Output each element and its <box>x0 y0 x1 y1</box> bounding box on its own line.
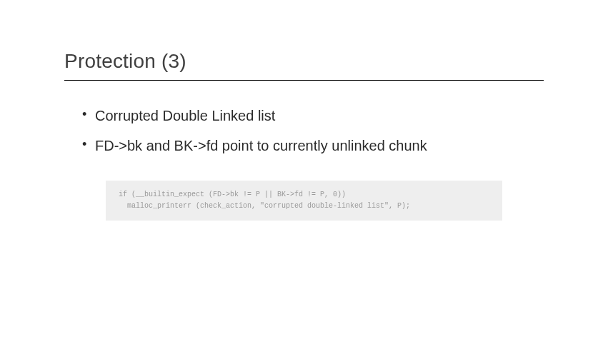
slide-title: Protection (3) <box>64 50 544 80</box>
code-snippet: if (__builtin_expect (FD->bk != P || BK-… <box>106 181 502 221</box>
bullet-item: FD->bk and BK->fd point to currently unl… <box>82 136 544 156</box>
title-underline <box>64 80 544 81</box>
code-line: malloc_printerr (check_action, "corrupte… <box>119 202 410 210</box>
bullet-list: Corrupted Double Linked list FD->bk and … <box>64 106 544 156</box>
code-line: if (__builtin_expect (FD->bk != P || BK-… <box>119 191 346 198</box>
bullet-item: Corrupted Double Linked list <box>82 106 544 126</box>
slide: Protection (3) Corrupted Double Linked l… <box>0 0 608 364</box>
